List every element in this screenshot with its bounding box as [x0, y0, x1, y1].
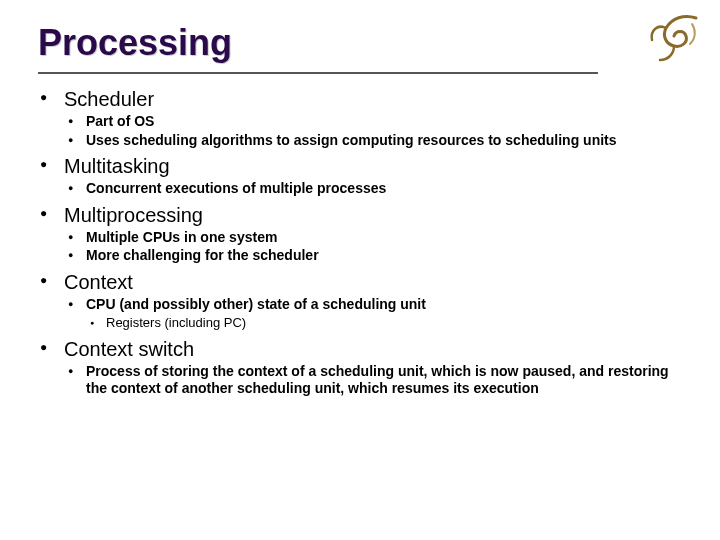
slide-title: Processing [38, 22, 692, 64]
list-item: Multiprocessing Multiple CPUs in one sys… [38, 204, 692, 265]
bullet-label: Context [64, 271, 133, 293]
list-item: More challenging for the scheduler [64, 247, 692, 265]
list-item: Context switch Process of storing the co… [38, 338, 692, 398]
list-item: Scheduler Part of OS Uses scheduling alg… [38, 88, 692, 149]
list-item: Multiple CPUs in one system [64, 229, 692, 247]
bullet-label: Scheduler [64, 88, 154, 110]
list-item: Context CPU (and possibly other) state o… [38, 271, 692, 332]
bullet-label: Multiprocessing [64, 204, 203, 226]
list-item: Multitasking Concurrent executions of mu… [38, 155, 692, 198]
list-item: CPU (and possibly other) state of a sche… [64, 296, 692, 332]
bullet-label: CPU (and possibly other) state of a sche… [86, 296, 426, 312]
bullet-label: Multitasking [64, 155, 170, 177]
list-item: Part of OS [64, 113, 692, 131]
flourish-icon [644, 10, 704, 70]
list-item: Registers (including PC) [86, 315, 692, 332]
list-item: Process of storing the context of a sche… [64, 363, 692, 398]
bullet-list: Scheduler Part of OS Uses scheduling alg… [38, 88, 692, 398]
slide: Processing Scheduler Part of OS Uses sch… [0, 0, 720, 540]
bullet-label: Context switch [64, 338, 194, 360]
list-item: Uses scheduling algorithms to assign com… [64, 132, 692, 150]
list-item: Concurrent executions of multiple proces… [64, 180, 692, 198]
title-underline [38, 72, 598, 74]
